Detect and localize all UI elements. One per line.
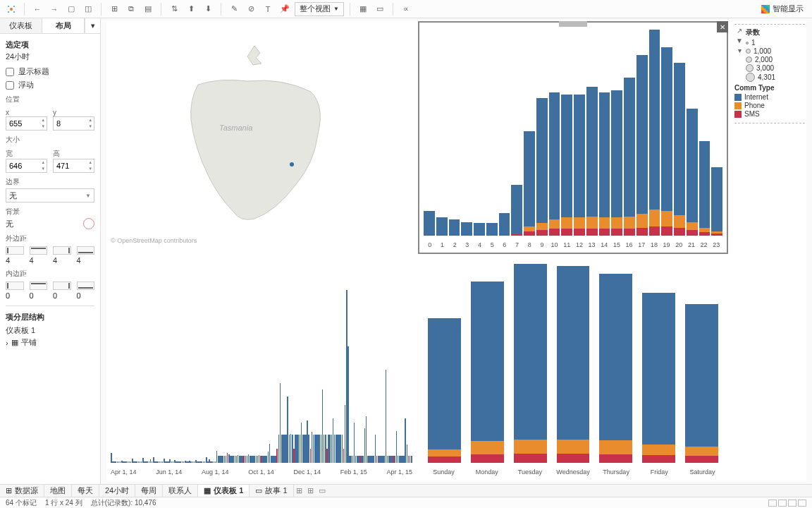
text-icon[interactable]: T	[261, 2, 275, 16]
drag-handle[interactable]	[559, 21, 587, 27]
legend-panel[interactable]: ↗ ▼ ▾ 录数 11,0002,0003,0004,301 Comm Type…	[734, 24, 805, 123]
outer-margin-b[interactable]: 4	[77, 256, 95, 265]
outer-margins: 4 4 4 4	[6, 246, 94, 265]
inner-margins: 0 0 0 0	[6, 282, 94, 300]
size-label: 大小	[6, 135, 94, 145]
sheet-tab[interactable]: 地图	[44, 485, 72, 497]
floating-checkbox[interactable]: 浮动	[6, 80, 94, 90]
hierarchy-panel: 项分层结构 仪表板 1 ›▦平铺	[6, 306, 94, 349]
dashboard-canvas[interactable]: Tasmania © OpenStreetMap contributors ✕ …	[106, 21, 806, 481]
save-icon[interactable]: ▢	[64, 2, 78, 16]
show-cards-icon[interactable]: ▦	[356, 2, 370, 16]
legend-comm-title: Comm Type	[734, 84, 805, 92]
legend-comm-row[interactable]: Internet	[734, 93, 805, 101]
datasource-icon: ⊞	[6, 486, 12, 495]
outer-margin-t[interactable]: 4	[30, 256, 48, 265]
y-input[interactable]: ▲▼	[53, 116, 94, 131]
back-icon[interactable]: ←	[30, 2, 44, 16]
sheet-tab[interactable]: ▦仪表板 1	[198, 485, 250, 497]
background-label: 背景	[6, 207, 94, 217]
map-attribution: © OpenStreetMap contributors	[111, 237, 197, 244]
pin-icon[interactable]: 📌	[278, 2, 292, 16]
toolbar: ← → ▢ ◫ ⊞ ⧉ ▤ ⇅ ⬆ ⬇ ✎ ⊘ T 📌 整个视图▼ ▦ ▭ ∝ …	[0, 0, 812, 18]
border-value: 无	[9, 190, 17, 201]
sheet-tab[interactable]: 联系人	[163, 485, 198, 497]
hierarchy-root[interactable]: 仪表板 1	[6, 325, 94, 336]
legend-size-row[interactable]: 4,301	[746, 73, 805, 82]
svg-point-0	[10, 8, 13, 11]
w-input[interactable]: ▲▼	[6, 159, 47, 173]
map-tile[interactable]: Tasmania © OpenStreetMap contributors	[106, 21, 417, 247]
new-worksheet-icon[interactable]: ⊞	[294, 485, 305, 497]
show-me-button[interactable]: 智能显示	[757, 4, 808, 14]
sheet-tabs: ⊞数据源 地图每天24小时每周联系人▦仪表板 1▭故事 1 ⊞ ⊞ ▭	[0, 484, 812, 497]
show-title-label: 显示标题	[18, 66, 49, 77]
legend-size-row[interactable]: 2,000	[746, 56, 805, 64]
fit-dropdown[interactable]: 整个视图▼	[295, 2, 344, 16]
group-icon[interactable]: ⊘	[244, 2, 258, 16]
show-me-icon	[761, 5, 770, 13]
new-story-icon[interactable]: ▭	[316, 485, 328, 497]
new-dashboard-icon[interactable]: ⊞	[305, 485, 316, 497]
inner-margin-t[interactable]: 0	[30, 291, 48, 300]
x-input[interactable]: ▲▼	[6, 116, 47, 131]
timeline-tile[interactable]: Apr 1, 14Jun 1, 14Aug 1, 14Oct 1, 14Dec …	[106, 254, 417, 480]
outer-margin-r[interactable]: 4	[53, 256, 71, 265]
new-datasource-icon[interactable]: ◫	[81, 2, 95, 16]
tile-icon: ▦	[11, 338, 18, 347]
legend-filter-icon[interactable]: ▼	[734, 36, 744, 44]
map-marker[interactable]	[290, 162, 294, 167]
forward-icon[interactable]: →	[47, 2, 61, 16]
selected-item-name: 24小时	[6, 52, 94, 62]
sort-desc-icon[interactable]: ⬇	[201, 2, 215, 16]
background-color-button[interactable]	[83, 218, 94, 229]
share-icon[interactable]: ∝	[399, 2, 413, 16]
svg-point-2	[13, 6, 15, 7]
datasource-label: 数据源	[15, 485, 38, 496]
weekday-tile[interactable]: SundayMondayTuesdayWednesdayThursdayFrid…	[418, 254, 728, 480]
background-value: 无	[6, 219, 13, 229]
dashboard-canvas-area: Tasmania © OpenStreetMap contributors ✕ …	[101, 18, 812, 484]
status-view-icons[interactable]	[768, 500, 806, 507]
border-dropdown[interactable]: 无▼	[6, 188, 94, 202]
border-label: 边界	[6, 177, 94, 187]
hierarchy-item[interactable]: ›▦平铺	[6, 336, 94, 349]
y-label: y	[53, 109, 94, 116]
show-title-checkbox[interactable]: 显示标题	[6, 66, 94, 77]
tab-dashboard[interactable]: 仪表板	[0, 18, 42, 33]
new-sheet-icon[interactable]: ⊞	[107, 2, 121, 16]
hour-chart-tile[interactable]: ✕ 01234567891011121314151617181920212223	[418, 21, 728, 254]
legend-comm-row[interactable]: Phone	[734, 102, 805, 109]
inner-margin-l[interactable]: 0	[6, 291, 24, 300]
inner-margin-r[interactable]: 0	[53, 291, 71, 300]
weekday-chart	[422, 258, 724, 463]
legend-link-icon[interactable]: ↗	[734, 26, 744, 35]
sheet-tab[interactable]: 每天	[72, 485, 99, 497]
hour-chart	[424, 30, 722, 236]
legend-size-row[interactable]: 1,000	[746, 47, 805, 55]
legend-size-row[interactable]: 1	[746, 39, 805, 47]
status-marks: 64 个标记	[6, 498, 37, 508]
sheet-tab[interactable]: 每周	[135, 485, 163, 497]
highlight-icon[interactable]: ✎	[227, 2, 241, 16]
duplicate-icon[interactable]: ⧉	[124, 2, 138, 16]
legend-comm-row[interactable]: SMS	[734, 110, 805, 118]
legend-size-row[interactable]: 3,000	[746, 64, 805, 72]
sort-asc-icon[interactable]: ⬆	[184, 2, 198, 16]
tab-layout[interactable]: 布局	[42, 18, 85, 33]
sheet-tab[interactable]: 24小时	[99, 485, 135, 497]
datasource-tab[interactable]: ⊞数据源	[0, 485, 44, 497]
swap-icon[interactable]: ⇅	[167, 2, 181, 16]
inner-margin-b[interactable]: 0	[77, 291, 95, 300]
h-label: 高	[53, 149, 94, 159]
h-input[interactable]: ▲▼	[53, 159, 94, 173]
clear-icon[interactable]: ▤	[141, 2, 155, 16]
legend-more-icon[interactable]: ▾	[734, 46, 744, 54]
tab-collapse-icon[interactable]: ▾	[85, 18, 100, 33]
sheet-tab[interactable]: ▭故事 1	[250, 485, 293, 497]
outer-margin-l[interactable]: 4	[6, 256, 24, 265]
logo-icon[interactable]	[4, 2, 18, 16]
presentation-icon[interactable]: ▭	[373, 2, 387, 16]
svg-point-4	[13, 11, 15, 13]
x-label: x	[6, 109, 47, 116]
